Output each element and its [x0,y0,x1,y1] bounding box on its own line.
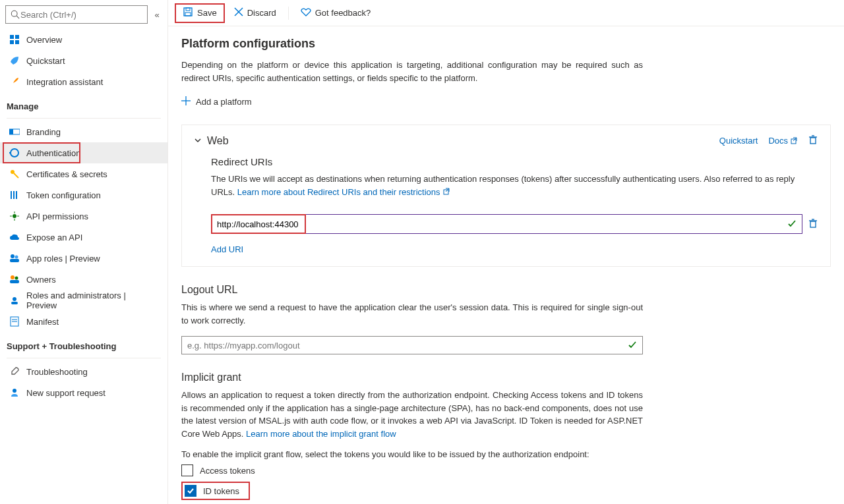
svg-line-1 [16,16,19,18]
svg-rect-46 [810,221,816,227]
sidebar-item-certificates[interactable]: Certificates & secrets [0,163,167,184]
svg-point-0 [11,11,17,16]
svg-rect-12 [11,191,12,199]
svg-rect-3 [15,35,19,39]
add-platform-button[interactable]: Add a platform [181,96,252,107]
access-tokens-label: Access tokens [200,466,255,476]
search-icon [10,9,20,20]
svg-point-23 [11,275,15,279]
key-icon [9,169,20,179]
sidebar-item-manifest[interactable]: Manifest [0,311,167,332]
nav-label: Token configuration [26,190,101,200]
svg-point-31 [13,389,16,393]
check-icon [628,340,637,351]
id-tokens-checkbox[interactable] [185,485,196,497]
svg-rect-22 [10,259,19,262]
svg-rect-27 [11,302,18,304]
sidebar-item-api-permissions[interactable]: API permissions [0,206,167,227]
redirect-uris-title: Redirect URIs [211,156,818,167]
platform-config-title: Platform configurations [181,37,831,51]
svg-rect-44 [444,190,448,194]
svg-rect-39 [791,139,796,144]
sidebar-item-token-config[interactable]: Token configuration [0,184,167,206]
logout-input-wrapper [181,336,643,354]
branding-icon [9,126,20,137]
search-box[interactable] [5,5,148,24]
svg-line-11 [14,173,18,178]
id-tokens-highlight: ID tokens [181,482,250,500]
discard-label: Discard [247,8,276,18]
close-icon [234,7,243,18]
overview-icon [9,34,20,45]
nav-label: Manifest [26,317,59,327]
web-panel: Web Quickstart Docs Redirect URIs The UR… [181,125,831,267]
delete-uri-button[interactable] [808,218,818,231]
sidebar: « Overview Quickstart Integration assist… [0,0,168,504]
admin-icon [9,295,20,306]
rocket-icon [9,76,20,87]
logout-url-input[interactable] [187,341,628,350]
chevron-down-icon[interactable] [194,135,202,147]
main: Save Discard Got feedback? Platform conf… [168,0,844,504]
sidebar-item-integration[interactable]: Integration assistant [0,71,167,92]
redirect-uri-input[interactable] [217,215,787,233]
svg-rect-34 [185,13,191,16]
add-platform-label: Add a platform [196,97,252,107]
section-manage: Manage [0,92,167,115]
web-docs-link[interactable]: Docs [768,136,797,146]
nav-label: Quickstart [26,56,65,66]
nav-label: Owners [26,275,56,285]
web-quickstart-link[interactable]: Quickstart [719,136,758,146]
access-tokens-checkbox[interactable] [181,464,193,476]
save-button[interactable]: Save [175,3,225,23]
implicit-desc: Allows an application to request a token… [181,389,643,440]
svg-point-26 [13,297,16,301]
logout-title: Logout URL [181,284,831,296]
logout-section: Logout URL This is where we send a reque… [181,284,831,354]
svg-rect-13 [13,191,15,199]
sidebar-item-authentication[interactable]: Authentication [0,142,167,163]
sidebar-item-expose-api[interactable]: Expose an API [0,227,167,248]
sidebar-item-quickstart[interactable]: Quickstart [0,50,167,71]
sidebar-item-troubleshooting[interactable]: Troubleshooting [0,361,167,382]
sidebar-item-overview[interactable]: Overview [0,29,167,50]
svg-rect-41 [810,138,816,144]
implicit-section: Implicit grant Allows an application to … [181,372,831,500]
save-label: Save [197,8,217,18]
token-icon [9,190,20,200]
nav-label: Integration assistant [26,77,103,87]
quickstart-icon [9,55,20,66]
sidebar-item-roles-admins[interactable]: Roles and administrators | Preview [0,290,167,311]
feedback-label: Got feedback? [315,8,371,18]
svg-point-21 [15,256,18,259]
sidebar-item-new-support[interactable]: New support request [0,382,167,403]
redirect-uri-input-wrapper [211,214,802,234]
implicit-learn-more-link[interactable]: Learn more about the implicit grant flow [246,429,396,439]
delete-web-platform-button[interactable] [808,134,818,147]
sidebar-item-owners[interactable]: Owners [0,269,167,290]
section-support: Support + Troubleshooting [0,332,167,355]
heart-icon [301,7,311,18]
sidebar-item-branding[interactable]: Branding [0,121,167,142]
nav-label: Branding [26,127,61,137]
redirect-learn-more-link[interactable]: Learn more about Redirect URIs and their… [237,186,450,199]
logout-desc: This is where we send a request to have … [181,301,643,327]
search-input[interactable] [20,10,143,20]
discard-button[interactable]: Discard [227,3,283,23]
svg-point-8 [11,149,18,157]
auth-icon [9,148,20,158]
sidebar-collapse-button[interactable]: « [148,10,162,20]
nav-label: Overview [26,35,62,45]
nav-label: Troubleshooting [26,367,88,377]
owners-icon [9,274,20,285]
nav-label: Roles and administrators | Preview [26,291,158,310]
cloud-icon [9,232,20,242]
implicit-title: Implicit grant [181,372,831,383]
nav-label: Certificates & secrets [26,169,107,179]
add-uri-link[interactable]: Add URI [211,244,243,254]
feedback-button[interactable]: Got feedback? [294,3,378,23]
sidebar-item-app-roles[interactable]: App roles | Preview [0,248,167,269]
nav-label: New support request [26,388,106,398]
save-icon [183,7,193,19]
access-tokens-row[interactable]: Access tokens [181,464,831,476]
